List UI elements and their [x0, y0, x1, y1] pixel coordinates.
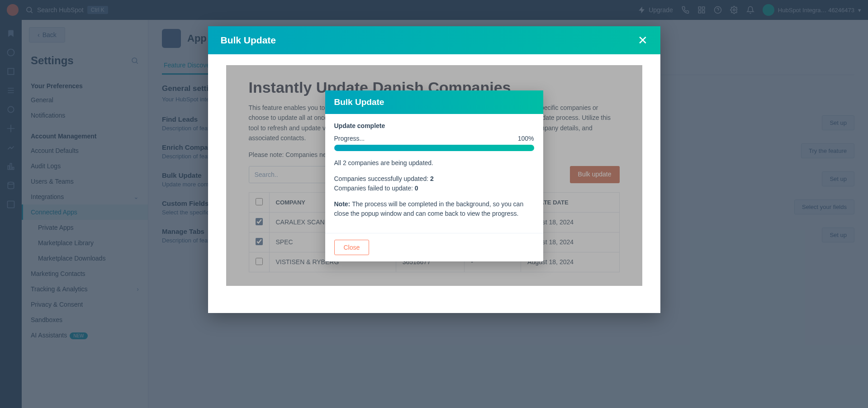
success-label: Companies successfully updated: [334, 175, 430, 182]
outer-modal-title: Bulk Update [221, 35, 276, 46]
progress-bar [334, 145, 534, 151]
outer-modal-header: Bulk Update ✕ [208, 26, 660, 54]
progress-modal: Bulk Update Update complete Progress... … [325, 90, 543, 261]
progress-label: Progress... [334, 135, 365, 142]
inner-modal-title: Bulk Update [325, 90, 543, 114]
close-icon[interactable]: ✕ [638, 34, 648, 46]
bulk-update-modal: Bulk Update ✕ Instantly Update Danish Co… [208, 26, 660, 313]
note-label: Note: [334, 200, 352, 208]
progress-percent: 100% [518, 135, 534, 142]
modal-overlay: Bulk Update ✕ Instantly Update Danish Co… [0, 0, 868, 408]
note-text: The process will be completed in the bac… [334, 200, 524, 217]
updating-message: All 2 companies are being updated. [334, 158, 534, 168]
progress-fill [334, 145, 534, 151]
failed-count: 0 [415, 185, 418, 192]
success-line: Companies successfully updated: 2Compani… [334, 174, 534, 193]
note-line: Note: The process will be completed in t… [334, 199, 534, 218]
success-count: 2 [430, 175, 434, 182]
close-button[interactable]: Close [334, 240, 370, 255]
failed-label: Companies failed to update: [334, 185, 415, 192]
update-status: Update complete [334, 122, 534, 129]
